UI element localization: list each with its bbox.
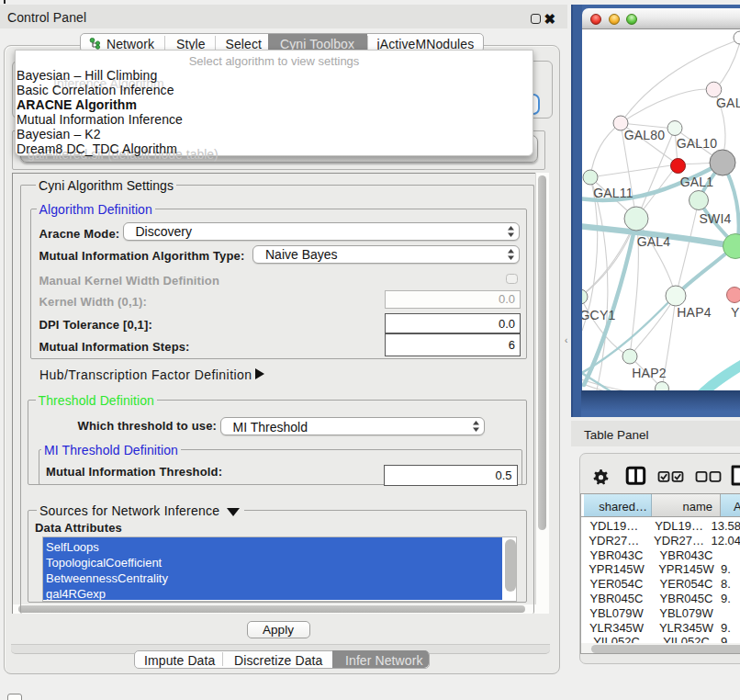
svg-text:GAL10: GAL10: [677, 136, 718, 151]
svg-text:GAL4: GAL4: [637, 234, 671, 249]
svg-text:YB: YB: [731, 305, 740, 320]
svg-text:HAP2: HAP2: [632, 366, 666, 380]
svg-text:HAP4: HAP4: [677, 305, 711, 320]
svg-text:SWI4: SWI4: [699, 211, 731, 226]
svg-text:GAL7: GAL7: [716, 96, 740, 110]
svg-text:GAL1: GAL1: [680, 175, 714, 189]
svg-text:GAL80: GAL80: [624, 128, 666, 142]
svg-text:GCY1: GCY1: [582, 308, 615, 322]
svg-text:GAL11: GAL11: [593, 186, 633, 200]
